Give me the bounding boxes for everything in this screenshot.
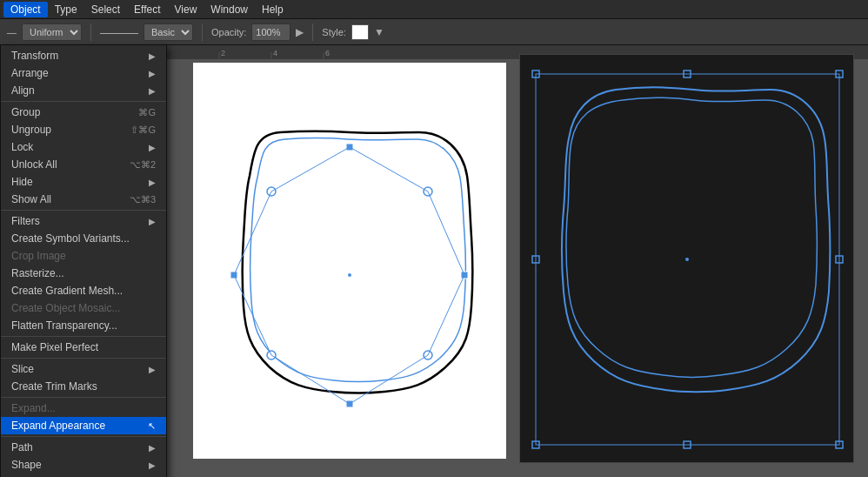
menu-transform[interactable]: Transform ▶	[1, 47, 166, 64]
center-dot	[348, 273, 351, 277]
opacity-arrow: ▶	[296, 26, 304, 38]
menu-make-pixel-perfect[interactable]: Make Pixel Perfect	[1, 339, 166, 356]
style-label: Style:	[322, 27, 346, 37]
shape-black-stroke	[243, 131, 473, 393]
menu-group[interactable]: Group ⌘G	[1, 104, 166, 121]
menu-path[interactable]: Path ▶	[1, 439, 166, 456]
svg-text:4: 4	[273, 49, 277, 57]
handle-line-bl-bottom	[271, 355, 350, 404]
menu-unlock-all[interactable]: Unlock All ⌥⌘2	[1, 156, 166, 173]
handle-line-tl-top	[271, 147, 350, 191]
toolbar-separator-2	[202, 24, 203, 41]
stroke-label: —	[7, 27, 17, 37]
menu-flatten-transparency[interactable]: Flatten Transparency...	[1, 317, 166, 334]
handle-line-right-bottom	[428, 275, 464, 355]
style-swatch[interactable]	[351, 24, 369, 40]
menu-lock[interactable]: Lock ▶	[1, 138, 166, 156]
svg-text:6: 6	[325, 49, 330, 57]
handle-line-tr-top	[350, 147, 428, 191]
canvas-area: 2 4 6	[167, 45, 868, 477]
canvas-right	[519, 54, 854, 463]
menu-show-all[interactable]: Show All ⌥⌘3	[1, 191, 166, 208]
menu-slice[interactable]: Slice ▶	[1, 360, 166, 378]
toolbar: — Uniform ———— Basic Opacity: ▶ Style: ▼	[0, 19, 868, 45]
menu-bar: Object Type Select Effect View Window He…	[0, 0, 868, 19]
shape-blue-inner	[250, 138, 466, 382]
menu-section-6: Expand... Expand Appearance ↖	[1, 398, 166, 437]
menu-section-7: Path ▶ Shape ▶ Pattern ▶	[1, 437, 166, 477]
opacity-label: Opacity:	[211, 27, 246, 37]
canvas-left-svg	[193, 63, 506, 459]
right-shape-inner	[566, 97, 818, 377]
menu-ungroup[interactable]: Ungroup ⇧⌘G	[1, 121, 166, 138]
menu-create-symbol-variants[interactable]: Create Symbol Variants...	[1, 230, 166, 247]
svg-text:2: 2	[221, 49, 225, 57]
menu-rasterize[interactable]: Rasterize...	[1, 265, 166, 282]
cursor-indicator: ↖	[148, 420, 156, 432]
menu-section-5: Slice ▶ Create Trim Marks	[1, 359, 166, 398]
menu-effect[interactable]: Effect	[127, 2, 167, 17]
menu-select[interactable]: Select	[84, 2, 127, 17]
handle-line-br-bottom	[350, 355, 428, 404]
brush-line: ————	[100, 27, 138, 37]
menu-align[interactable]: Align ▶	[1, 82, 166, 99]
handle-line-right-top	[428, 191, 464, 275]
menu-create-object-mosaic: Create Object Mosaic...	[1, 299, 166, 317]
menu-section-1: Transform ▶ Arrange ▶ Align ▶	[1, 45, 166, 102]
menu-create-gradient-mesh[interactable]: Create Gradient Mesh...	[1, 282, 166, 299]
menu-help[interactable]: Help	[255, 2, 290, 17]
menu-object[interactable]: Object	[3, 2, 48, 17]
menu-create-trim-marks[interactable]: Create Trim Marks	[1, 378, 166, 395]
menu-hide[interactable]: Hide ▶	[1, 173, 166, 191]
handle-line-left-top	[234, 191, 271, 275]
dropdown-menu: Transform ▶ Arrange ▶ Align ▶ Group ⌘G U…	[0, 45, 167, 477]
toolbar-separator-1	[90, 24, 91, 41]
r-center-dot	[685, 258, 689, 261]
menu-crop-image: Crop Image	[1, 247, 166, 265]
menu-expand: Expand...	[1, 400, 166, 417]
menu-section-4: Make Pixel Perfect	[1, 337, 166, 359]
menu-filters[interactable]: Filters ▶	[1, 212, 166, 230]
menu-shape[interactable]: Shape ▶	[1, 456, 166, 474]
style-arrow: ▼	[374, 26, 384, 38]
menu-arrange[interactable]: Arrange ▶	[1, 64, 166, 82]
menu-section-3: Filters ▶ Create Symbol Variants... Crop…	[1, 211, 166, 337]
brush-select[interactable]: Basic	[144, 24, 193, 41]
toolbar-separator-3	[312, 24, 313, 41]
menu-section-2: Group ⌘G Ungroup ⇧⌘G Lock ▶ Unlock All ⌥…	[1, 102, 166, 211]
main-area: Transform ▶ Arrange ▶ Align ▶ Group ⌘G U…	[0, 45, 868, 477]
menu-window[interactable]: Window	[204, 2, 255, 17]
menu-view[interactable]: View	[168, 2, 204, 17]
canvas-left	[193, 63, 506, 459]
menu-type[interactable]: Type	[48, 2, 84, 17]
menu-expand-appearance[interactable]: Expand Appearance ↖	[1, 417, 166, 434]
menu-pattern[interactable]: Pattern ▶	[1, 474, 166, 477]
stroke-uniform-select[interactable]: Uniform	[22, 24, 82, 41]
canvas-right-svg	[520, 55, 855, 464]
opacity-input[interactable]	[251, 24, 290, 41]
